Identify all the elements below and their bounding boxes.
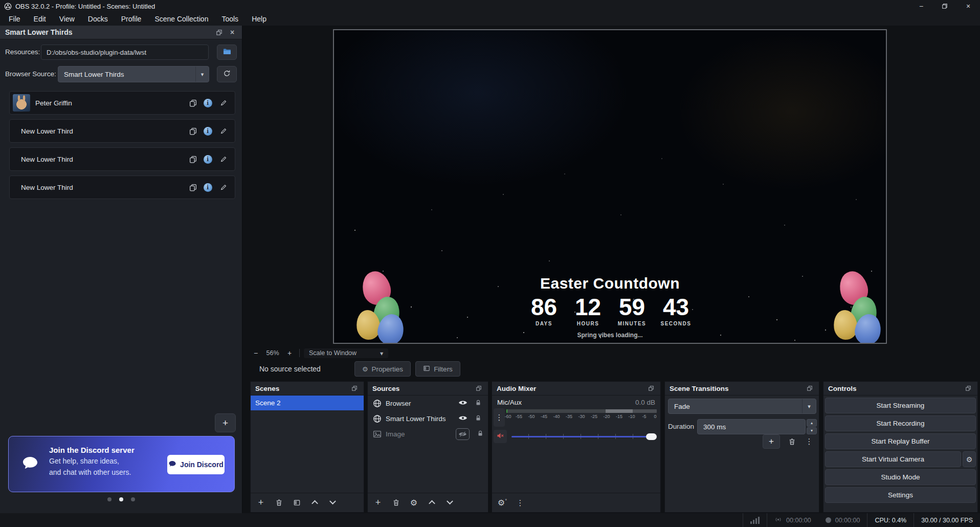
discord-banner[interactable]: Join the Discord server Get help, share …	[8, 436, 235, 492]
menu-profile[interactable]: Profile	[115, 12, 148, 26]
dock-popout-icon[interactable]	[350, 384, 359, 393]
carousel-dot-active[interactable]	[119, 497, 123, 501]
properties-button[interactable]: ⚙ Properties	[354, 361, 411, 377]
browser-source-select[interactable]: Smart Lower Thirds ▾	[58, 66, 209, 82]
dock-popout-icon[interactable]	[474, 384, 483, 393]
menu-scene-collection[interactable]: Scene Collection	[148, 12, 215, 26]
dock-popout-icon[interactable]	[964, 384, 973, 393]
panel-close-icon[interactable]: ×	[228, 28, 237, 37]
add-source-button[interactable]: +	[372, 497, 384, 509]
eye-off-icon[interactable]	[456, 428, 470, 440]
mute-button[interactable]	[494, 430, 507, 443]
virtual-camera-settings-button[interactable]: ⚙	[963, 451, 976, 467]
scale-mode-select[interactable]: Scale to Window ▾	[304, 348, 388, 358]
refresh-button[interactable]	[217, 66, 237, 82]
lower-third-row[interactable]: Peter Griffin i	[9, 91, 235, 115]
copy-icon[interactable]	[188, 183, 197, 192]
filters-button[interactable]: Filters	[415, 361, 460, 377]
remove-transition-button[interactable]	[786, 436, 797, 447]
lower-third-row[interactable]: New Lower Third i	[9, 147, 235, 171]
preview-canvas[interactable]: Easter Countdown 86 DAYS 12 HOURS 59 MIN…	[333, 29, 887, 344]
countdown-unit: 43 SECONDS	[661, 295, 692, 326]
spinner-up-button[interactable]: ▴	[807, 419, 817, 427]
scene-item-selected[interactable]: Scene 2	[251, 396, 364, 410]
transition-select[interactable]: Fade ▾	[668, 399, 816, 414]
move-source-up-button[interactable]	[426, 497, 437, 509]
menu-help[interactable]: Help	[245, 12, 273, 26]
resources-input[interactable]: D:/obs/obs-studio/plugin-data/lwst	[41, 45, 209, 60]
obs-logo-icon	[4, 3, 12, 10]
minimize-button[interactable]: −	[909, 0, 933, 12]
edit-pencil-icon[interactable]	[219, 126, 228, 136]
lock-icon[interactable]	[475, 414, 482, 423]
add-scene-button[interactable]: +	[255, 497, 266, 509]
info-icon[interactable]: i	[203, 155, 212, 164]
menu-tools[interactable]: Tools	[215, 12, 245, 26]
duration-label: Duration	[668, 423, 694, 430]
signal-bars-icon	[750, 517, 760, 524]
countdown-unit: 12 HOURS	[573, 295, 604, 326]
edit-pencil-icon[interactable]	[219, 183, 228, 192]
lower-third-row[interactable]: New Lower Third i	[9, 175, 235, 199]
copy-icon[interactable]	[188, 98, 197, 107]
browse-folder-button[interactable]	[217, 45, 237, 60]
record-icon	[826, 517, 831, 523]
dock-popout-icon[interactable]	[647, 384, 656, 393]
lock-icon[interactable]	[477, 430, 484, 438]
move-scene-up-button[interactable]	[309, 497, 320, 509]
volume-slider[interactable]	[511, 430, 657, 443]
dock-popout-icon[interactable]	[214, 28, 224, 37]
lower-third-row[interactable]: New Lower Third i	[9, 119, 235, 143]
source-row-image[interactable]: Image	[368, 426, 488, 442]
add-lower-third-button[interactable]: +	[215, 413, 236, 432]
menu-view[interactable]: View	[53, 12, 81, 26]
carousel-dot[interactable]	[131, 497, 135, 501]
scene-filters-button[interactable]	[291, 497, 302, 509]
remove-scene-button[interactable]	[273, 497, 284, 509]
info-icon[interactable]: i	[203, 126, 212, 136]
settings-button[interactable]: Settings	[825, 487, 976, 503]
remove-source-button[interactable]	[390, 497, 402, 509]
zoom-out-button[interactable]: −	[250, 349, 261, 357]
audio-mixer-panel: Audio Mixer Mic/Aux 0.0 dB ⋮ -60 -55 -50…	[492, 381, 661, 513]
mixer-kebab-button[interactable]: ⋮	[494, 408, 505, 427]
menu-edit[interactable]: Edit	[27, 12, 53, 26]
move-scene-down-button[interactable]	[327, 497, 338, 509]
edit-pencil-icon[interactable]	[219, 155, 228, 164]
advanced-audio-gear-icon[interactable]: ⚙°	[497, 497, 508, 509]
info-icon[interactable]: i	[203, 183, 212, 192]
menu-docks[interactable]: Docks	[81, 12, 115, 26]
start-replay-buffer-button[interactable]: Start Replay Buffer	[825, 433, 976, 449]
info-icon[interactable]: i	[203, 98, 212, 107]
studio-mode-button[interactable]: Studio Mode	[825, 469, 976, 485]
spinner-down-button[interactable]: ▾	[807, 427, 817, 435]
source-properties-button[interactable]: ⚙	[408, 497, 419, 509]
join-discord-button[interactable]: Join Discord	[167, 455, 225, 474]
mixer-menu-button[interactable]: ⋮	[515, 497, 526, 509]
dock-popout-icon[interactable]	[805, 384, 814, 393]
edit-pencil-icon[interactable]	[219, 98, 228, 107]
zoom-in-button[interactable]: +	[284, 349, 295, 357]
copy-icon[interactable]	[188, 155, 197, 164]
transition-menu-button[interactable]: ⋮	[804, 436, 815, 447]
carousel-dot[interactable]	[107, 497, 112, 501]
eye-icon[interactable]	[458, 414, 467, 423]
restore-button[interactable]	[933, 0, 956, 12]
source-row-browser[interactable]: Browser	[368, 396, 488, 411]
move-source-down-button[interactable]	[444, 497, 455, 509]
start-virtual-camera-button[interactable]: Start Virtual Camera	[825, 451, 961, 467]
menu-file[interactable]: File	[2, 12, 27, 26]
start-recording-button[interactable]: Start Recording	[825, 415, 976, 431]
transitions-toolbar: + ⋮	[763, 434, 815, 449]
start-streaming-button[interactable]: Start Streaming	[825, 398, 976, 413]
lock-icon[interactable]	[475, 399, 482, 408]
copy-icon[interactable]	[188, 126, 197, 136]
add-transition-button[interactable]: +	[763, 434, 780, 449]
close-button[interactable]: ×	[956, 0, 980, 12]
duration-input[interactable]: 300 ms	[697, 419, 806, 434]
zoom-level: 56%	[261, 349, 284, 357]
source-row-smart-lower-thirds[interactable]: Smart Lower Thirds	[368, 411, 488, 426]
lower-third-name: New Lower Third	[21, 156, 73, 163]
eye-icon[interactable]	[458, 399, 467, 408]
volume-slider-handle[interactable]	[646, 433, 657, 440]
